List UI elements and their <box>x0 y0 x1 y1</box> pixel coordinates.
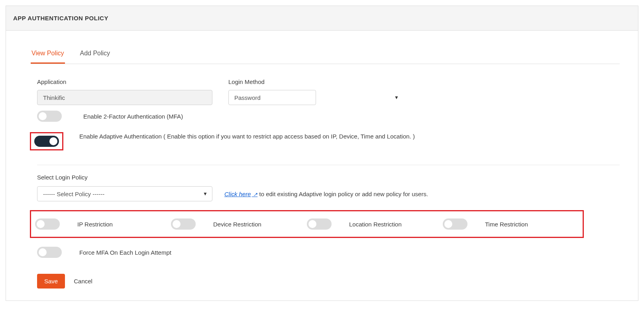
panel-title: APP AUTHENTICATION POLICY <box>6 6 638 31</box>
divider <box>37 165 620 165</box>
location-restriction-toggle[interactable] <box>307 218 332 230</box>
location-restriction-label: Location Restriction <box>349 221 402 228</box>
login-method-field: Login Method ▼ <box>228 78 404 105</box>
adaptive-toggle-label: Enable Adaptive Authentication ( Enable … <box>79 133 415 140</box>
ip-restriction-label: IP Restriction <box>77 221 113 228</box>
chevron-down-icon: ▼ <box>394 95 399 100</box>
click-here-link[interactable]: Click here ↗ <box>224 191 257 197</box>
mfa-toggle[interactable] <box>37 111 62 122</box>
time-restriction-toggle[interactable] <box>443 218 467 230</box>
device-restriction-label: Device Restriction <box>213 221 261 228</box>
mfa-toggle-label: Enable 2-Factor Authentication (MFA) <box>83 113 183 120</box>
force-mfa-label: Force MFA On Each Login Attempt <box>79 249 171 256</box>
tab-add-policy[interactable]: Add Policy <box>79 47 111 64</box>
login-policy-hint-text: to edit existing Adaptive login policy o… <box>257 191 428 197</box>
restrictions-highlight: IP Restriction Device Restriction Locati… <box>30 210 584 238</box>
tab-view-policy[interactable]: View Policy <box>31 47 65 64</box>
login-method-label: Login Method <box>228 78 404 85</box>
login-method-select[interactable] <box>228 90 316 105</box>
time-restriction-label: Time Restriction <box>485 221 528 228</box>
force-mfa-toggle[interactable] <box>37 247 62 258</box>
login-policy-select[interactable] <box>37 186 212 201</box>
cancel-button[interactable]: Cancel <box>74 278 92 285</box>
device-restriction-toggle[interactable] <box>171 218 196 230</box>
adaptive-toggle[interactable] <box>34 136 59 147</box>
external-link-icon: ↗ <box>252 191 258 197</box>
tabs: View Policy Add Policy <box>31 47 620 64</box>
application-input[interactable] <box>37 90 212 105</box>
select-login-policy-label: Select Login Policy <box>37 174 620 181</box>
login-policy-hint: Click here ↗ to edit existing Adaptive l… <box>224 191 428 197</box>
application-field: Application <box>37 78 212 105</box>
adaptive-highlight <box>30 132 63 150</box>
save-button[interactable]: Save <box>37 274 65 289</box>
ip-restriction-toggle[interactable] <box>35 218 60 230</box>
application-label: Application <box>37 78 212 85</box>
auth-policy-panel: APP AUTHENTICATION POLICY View Policy Ad… <box>6 6 638 301</box>
